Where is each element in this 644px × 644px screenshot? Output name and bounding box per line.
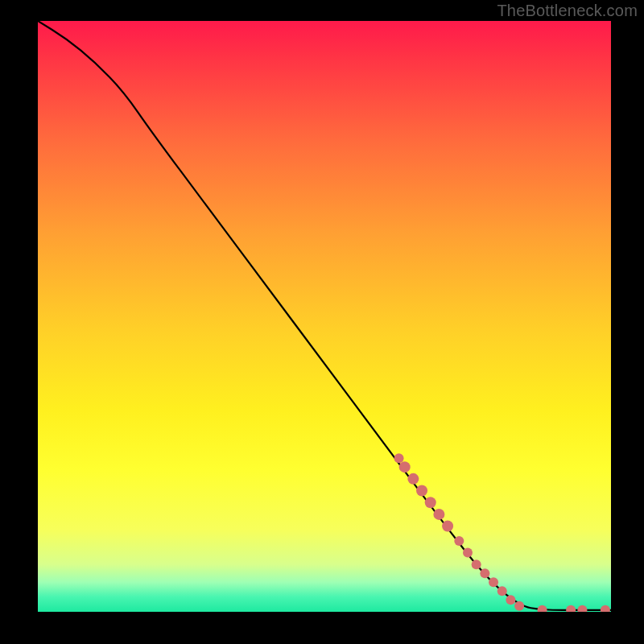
data-marker bbox=[601, 605, 610, 612]
data-marker bbox=[399, 461, 411, 473]
watermark-text: TheBottleneck.com bbox=[497, 2, 638, 20]
data-marker bbox=[394, 453, 404, 463]
data-marker bbox=[514, 601, 524, 611]
chart-overlay bbox=[38, 21, 611, 612]
data-marker bbox=[472, 559, 481, 569]
data-marker bbox=[463, 548, 473, 558]
data-marker bbox=[506, 595, 515, 605]
data-marker bbox=[577, 605, 587, 612]
data-marker bbox=[489, 577, 498, 587]
plot-area bbox=[38, 21, 611, 612]
data-marker bbox=[407, 473, 419, 485]
data-marker bbox=[433, 509, 444, 520]
data-marker bbox=[566, 605, 576, 612]
data-marker bbox=[425, 497, 436, 508]
data-marker bbox=[442, 521, 453, 532]
data-marker bbox=[538, 605, 547, 612]
data-marker bbox=[454, 536, 464, 546]
data-marker bbox=[416, 485, 427, 497]
data-markers bbox=[394, 453, 610, 612]
data-marker bbox=[480, 568, 489, 578]
data-marker bbox=[497, 586, 507, 596]
chart-frame: TheBottleneck.com bbox=[0, 0, 644, 644]
bottleneck-curve bbox=[38, 21, 611, 610]
